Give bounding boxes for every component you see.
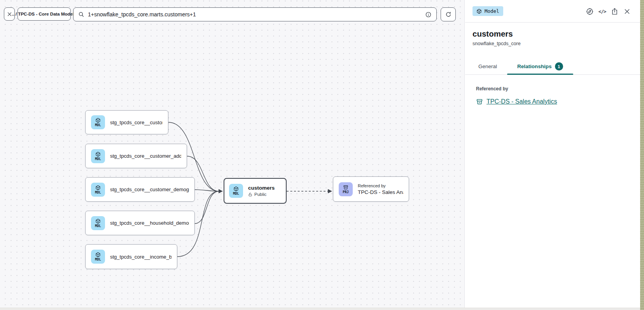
tab-label: Relationships (517, 63, 552, 69)
node-label: stg_tpcds_core__customer_demogra… (110, 187, 189, 192)
model-node-stg-tpcds-core-customer-address[interactable]: MDL stg_tpcds_core__customer_address (85, 144, 187, 168)
node-type-label: MDL (95, 258, 101, 261)
code-icon: </> (598, 9, 606, 14)
node-type-label: PRJ (343, 190, 348, 194)
close-icon (7, 11, 12, 17)
node-label: stg_tpcds_core__household_demogr… (110, 220, 189, 226)
breadcrumb[interactable]: .. / TPC-DS - Core Data Models (18, 7, 71, 21)
refresh-lineage-button[interactable] (441, 7, 456, 21)
node-label: TPC-DS - Sales Analytics (358, 189, 403, 195)
node-visibility: Public (248, 192, 275, 197)
node-label: stg_tpcds_core__income_band (110, 254, 172, 260)
lineage-selector-input[interactable] (88, 11, 422, 18)
model-cube-icon: MDL (91, 115, 105, 129)
view-code-button[interactable]: </> (598, 7, 607, 16)
node-type-label: MDL (95, 224, 101, 228)
details-panel-header: Model </> (465, 0, 640, 23)
tab-general[interactable]: General (468, 58, 507, 74)
project-archive-icon (476, 98, 483, 105)
close-panel-button[interactable] (623, 7, 632, 16)
page-title: customers (472, 29, 633, 39)
project-node-tpcds-sales-analytics[interactable]: PRJ Referenced by TPC-DS - Sales Analyti… (333, 176, 409, 202)
search-icon (78, 11, 84, 18)
window-bottom-edge (0, 308, 640, 310)
lineage-edges (0, 0, 465, 310)
close-icon (623, 8, 631, 15)
lineage-selector-bar[interactable] (73, 7, 437, 21)
relationships-count-badge: 1 (555, 62, 563, 70)
project-archive-icon: PRJ (339, 182, 353, 196)
tab-relationships[interactable]: Relationships 1 (507, 58, 573, 74)
model-node-stg-tpcds-core-customer-demographics[interactable]: MDL stg_tpcds_core__customer_demogra… (85, 177, 195, 202)
model-node-stg-tpcds-core-income-band[interactable]: MDL stg_tpcds_core__income_band (85, 244, 177, 269)
referenced-by-label: Referenced by (476, 86, 633, 92)
node-label: stg_tpcds_core__customer (110, 120, 163, 125)
node-type-label: MDL (233, 192, 239, 196)
explore-lineage-button[interactable] (585, 7, 594, 16)
lineage-canvas[interactable]: MDL stg_tpcds_core__customer MDL stg_tpc… (0, 0, 465, 310)
info-icon[interactable] (425, 11, 432, 18)
share-button[interactable] (610, 7, 619, 16)
refresh-icon (445, 11, 452, 18)
model-cube-icon: MDL (91, 250, 105, 264)
node-kicker: Referenced by (358, 183, 403, 188)
details-panel: Model </> customers snowflake_tpcds_core… (465, 0, 640, 310)
node-label: stg_tpcds_core__customer_address (110, 153, 181, 159)
unlock-icon (248, 192, 252, 197)
tab-label: General (478, 63, 497, 69)
node-label: customers (248, 185, 275, 191)
node-type-label: MDL (95, 157, 101, 161)
node-type-label: MDL (95, 191, 101, 194)
model-node-customers-selected[interactable]: MDL customers Public (224, 178, 287, 204)
reference-project-link[interactable]: TPC-DS - Sales Analytics (486, 98, 557, 105)
resource-type-label: Model (485, 8, 499, 14)
model-cube-icon: MDL (91, 216, 105, 230)
panel-tabs: General Relationships 1 (465, 58, 640, 75)
model-cube-icon: MDL (91, 183, 105, 197)
schema-subtitle: snowflake_tpcds_core (472, 41, 633, 46)
model-node-stg-tpcds-core-customer[interactable]: MDL stg_tpcds_core__customer (85, 110, 168, 134)
model-cube-icon: MDL (229, 184, 243, 198)
model-cube-icon: MDL (91, 149, 105, 163)
compass-icon (586, 7, 594, 16)
model-node-stg-tpcds-core-household-demographics[interactable]: MDL stg_tpcds_core__household_demogr… (85, 211, 195, 235)
resource-type-badge: Model (472, 6, 503, 16)
node-type-label: MDL (95, 123, 101, 127)
share-icon (611, 8, 618, 15)
model-cube-icon (476, 9, 482, 14)
breadcrumb-label: .. / TPC-DS - Core Data Models (12, 12, 76, 16)
desktop-wallpaper-edge (640, 0, 644, 310)
